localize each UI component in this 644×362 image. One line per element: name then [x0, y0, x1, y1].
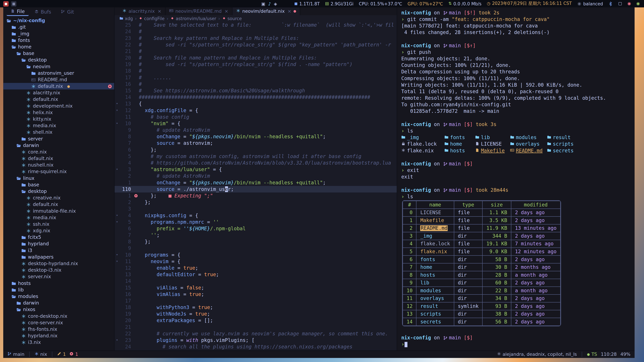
code-line[interactable]: 22 # currently we use lazy.nvim as neovi… [114, 330, 397, 337]
close-icon[interactable]: × [224, 8, 228, 14]
record-icon[interactable]: ◉ [628, 2, 631, 6]
tree-item[interactable]: creative.nix [3, 195, 114, 201]
display-icon[interactable]: ▢ [618, 2, 622, 6]
code-line[interactable]: 14######################################… [114, 94, 397, 100]
code-line[interactable]: 24 # search all the plugins using https:… [114, 344, 397, 350]
tree-item[interactable]: media.nix [3, 122, 114, 129]
code-line[interactable]: 24# [114, 28, 397, 35]
tree-item[interactable]: default.nix● [3, 83, 114, 89]
tree-item[interactable]: nushell.nix [3, 162, 114, 168]
code-line[interactable]: 4 # https://github.com/AstroNvim/AstroNv… [114, 160, 397, 166]
code-line[interactable]: 12 enable = true; [114, 265, 397, 271]
code-line[interactable]: 25# Save the selected text to a file: `:… [114, 22, 397, 28]
code-line[interactable]: ▾23 plugins = with pkgs.vimPlugins; [ [114, 337, 397, 344]
tree-item[interactable]: fhs-fonts.nix [3, 326, 114, 332]
tree-item[interactable]: i3.nix [3, 339, 114, 346]
tree-item[interactable]: helix.nix [3, 109, 114, 116]
code-line[interactable]: ▾4 nixpkgs.config = { [114, 212, 397, 219]
tree-item[interactable]: fcitx5 [3, 234, 114, 241]
code-line[interactable]: 14 [114, 278, 397, 284]
buffer-tab-readme[interactable]: neovim/README.md× [166, 7, 232, 15]
code-line[interactable]: 16 vimAlias = true; [114, 291, 397, 298]
tree-item[interactable]: neovim [3, 63, 114, 70]
code-line[interactable]: 18# [114, 68, 397, 74]
code-line[interactable]: 3 [114, 206, 397, 212]
tree-item[interactable]: xdg.nix [3, 227, 114, 234]
tree-item[interactable]: fonts [3, 37, 114, 43]
code-line[interactable]: 110 source = ./astronvim_user; [114, 186, 397, 192]
code-line[interactable]: ▾3 "astronvim/lua/user" = { [114, 166, 397, 173]
buffer-tab-alacritty[interactable]: alacritty.nix× [119, 7, 166, 15]
tree-item[interactable]: core-desktop.nix [3, 313, 114, 319]
code-line[interactable]: 8 onChange = "${pkgs.neovim}/bin/nvim --… [114, 133, 397, 140]
tree-item[interactable]: home [3, 43, 114, 50]
tree-item[interactable]: hyprland [3, 241, 114, 247]
code-line[interactable]: 15# See https://astronvim.com/Basic%20Us… [114, 87, 397, 94]
code-line[interactable]: 7 source = astronvim; [114, 140, 397, 146]
bluetooth-icon[interactable] [608, 1, 613, 6]
tree-item[interactable]: core.nix [3, 149, 114, 155]
tree-item[interactable]: modules [3, 293, 114, 300]
status-dot-icon[interactable]: ◉ [636, 2, 640, 6]
tray-icon-record[interactable]: ● [3, 1, 9, 6]
tree-tab-bufs[interactable]: Bufs [30, 8, 55, 15]
tree-item[interactable]: nixos [3, 306, 114, 313]
tree-item[interactable]: shell.nix [3, 129, 114, 135]
code-line[interactable]: ▾11 neovim = { [114, 258, 397, 265]
music-icon[interactable]: ♪ [268, 1, 271, 6]
code-line[interactable]: 1 onChange = "${pkgs.neovim}/bin/nvim --… [114, 179, 397, 186]
tree-item[interactable]: core-server.nix [3, 319, 114, 326]
code-line[interactable]: 17 [114, 298, 397, 304]
code-area[interactable]: 25# Save the selected text to a file: `:… [114, 22, 397, 351]
code-line[interactable]: 2 # update AstroNvim [114, 173, 397, 179]
code-line[interactable]: ▾13{ [114, 100, 397, 107]
tree-item[interactable]: README.md [3, 76, 114, 83]
code-line[interactable]: 22# sed -ri "s/pattern_str/replace_str/g… [114, 41, 397, 48]
tree-item[interactable]: base [3, 181, 114, 188]
code-line[interactable]: 20 extraPackages = []; [114, 317, 397, 324]
code-line[interactable]: 9 [114, 245, 397, 252]
close-icon[interactable]: × [288, 8, 292, 14]
code-line[interactable]: 18 withPython3 = true; [114, 304, 397, 311]
tree-item[interactable]: kitty.nix [3, 116, 114, 122]
code-line[interactable]: ▾10 programs = { [114, 252, 397, 258]
tree-tab-git[interactable]: Git [57, 8, 78, 15]
layout-icon[interactable]: ▣ [261, 1, 265, 6]
tree-item[interactable]: desktop-hyprland.nix [3, 260, 114, 267]
tree-item[interactable]: server [3, 135, 114, 142]
tree-item[interactable]: hyprland.nix [3, 333, 114, 339]
tree-item[interactable]: astronvim_user [3, 70, 114, 76]
tree-item[interactable]: immutable-file.nix [3, 208, 114, 214]
code-line[interactable]: 2 }; [114, 199, 397, 206]
tree-tab-file[interactable]: File [6, 8, 29, 16]
code-line[interactable]: ▾5 programs.npm.npmrc = '' [114, 219, 397, 225]
tree-item[interactable]: desktop-i3.nix [3, 267, 114, 273]
close-icon[interactable]: × [158, 8, 162, 14]
tree-item[interactable]: ~/nix-config [3, 17, 114, 24]
buffer-tab-default-nix[interactable]: neovim/default.nix×● [232, 7, 300, 15]
code-line[interactable]: 9 # update AstroNvim [114, 127, 397, 133]
code-line[interactable]: 17# ...... [114, 74, 397, 81]
tree-item[interactable]: lib [3, 286, 114, 293]
terminal-panel[interactable]: nix-config on main [$!] took 2s› git com… [397, 7, 634, 351]
code-line[interactable]: ▾10 "nvim" = { [114, 120, 397, 127]
tree-item[interactable]: wallpapers [3, 254, 114, 260]
tree-item[interactable]: desktop [3, 57, 114, 63]
tree-item[interactable]: darwin [3, 300, 114, 306]
tree-item[interactable]: i3 [3, 247, 114, 254]
widget-icon[interactable]: ◈ [274, 1, 277, 6]
code-line[interactable]: 13 defaultEditor = true; [114, 271, 397, 278]
code-line[interactable]: 6 }; [114, 146, 397, 153]
tree-item[interactable]: server.nix [3, 273, 114, 280]
code-line[interactable]: 21# [114, 48, 397, 55]
code-line[interactable]: 20# Search file name pattern and Replace… [114, 55, 397, 61]
tree-item[interactable]: linux [3, 175, 114, 181]
tree-item[interactable]: ssh.nix [3, 221, 114, 227]
tree-item[interactable]: default.nix [3, 155, 114, 162]
code-line[interactable]: ▾12 xdg.configFile = { [114, 107, 397, 114]
code-line[interactable]: 21 [114, 324, 397, 330]
code-line[interactable]: 19# sed -ri "s/pattern_str/replace_str/g… [114, 61, 397, 68]
code-line[interactable]: 8 }; [114, 239, 397, 245]
tree-item[interactable]: darwin [3, 142, 114, 148]
code-line[interactable]: 6 prefix = ''${HOME}/.npm-global [114, 225, 397, 232]
